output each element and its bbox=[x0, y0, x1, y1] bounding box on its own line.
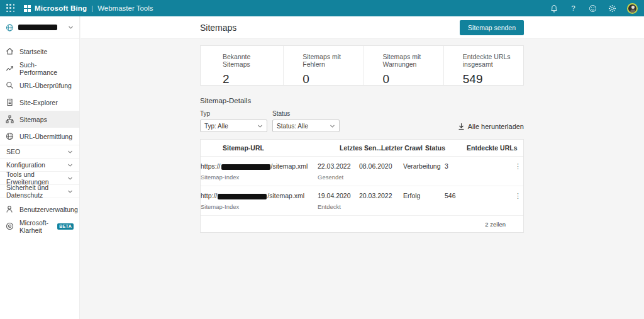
brand-label: Microsoft Bing bbox=[35, 4, 87, 12]
person-icon bbox=[6, 205, 14, 213]
sidebar: Startseite Such-Performance URL-Überprüf… bbox=[0, 16, 80, 319]
stat-value: 549 bbox=[463, 72, 519, 86]
sidebar-item-url-ueberpruefung[interactable]: URL-Überprüfung bbox=[0, 77, 79, 94]
globe-icon bbox=[6, 132, 14, 140]
sidebar-group-konfiguration[interactable]: Konfiguration bbox=[0, 158, 79, 171]
sidebar-item-sitemaps[interactable]: Sitemaps bbox=[0, 111, 79, 128]
sitemap-senden-button[interactable]: Sitemap senden bbox=[460, 20, 524, 35]
chevron-down-icon bbox=[67, 176, 73, 181]
sidebar-item-label: Microsoft-Klarheit bbox=[19, 219, 49, 234]
settings-gear-icon[interactable] bbox=[608, 4, 617, 13]
feedback-smiley-icon[interactable] bbox=[588, 4, 597, 13]
sidebar-item-url-uebermittlung[interactable]: URL-Übermittlung bbox=[0, 128, 79, 145]
clarity-icon bbox=[6, 222, 14, 230]
chevron-down-icon bbox=[257, 123, 263, 129]
status-filter-label: Status bbox=[272, 110, 340, 117]
site-selector[interactable] bbox=[0, 16, 79, 39]
page-header: Sitemaps Sitemap senden bbox=[80, 16, 644, 39]
sidebar-group-sicherheit-und-datenschutz[interactable]: Sicherheit und Datenschutz bbox=[0, 184, 79, 198]
sitemap-icon bbox=[6, 115, 14, 123]
chevron-down-icon bbox=[330, 123, 335, 129]
typ-filter: Typ Typ: Alle bbox=[200, 110, 267, 132]
status-cell: Erfolg bbox=[403, 192, 445, 199]
help-icon[interactable]: ? bbox=[569, 4, 578, 13]
typ-filter-value: Typ: Alle bbox=[204, 123, 228, 130]
sidebar-group-tools-und-erweiterungen[interactable]: Tools und Erweiterungen bbox=[0, 171, 79, 184]
table-footer: 2 zeilen bbox=[201, 216, 523, 232]
sitemaps-table: Sitemap-URL Letztes Sen...↓ Letzter Craw… bbox=[200, 139, 524, 233]
table-row[interactable]: http:///sitemap.xml Sitemap-Index 19.04.… bbox=[201, 186, 523, 216]
discovered-urls-cell: 546 bbox=[445, 192, 492, 199]
beta-badge: BETA bbox=[57, 223, 74, 230]
chevron-down-icon bbox=[67, 149, 73, 155]
search-icon bbox=[6, 81, 14, 89]
kebab-menu-icon[interactable]: ⋮ bbox=[513, 162, 523, 171]
status-filter: Status Status: Alle bbox=[272, 110, 340, 132]
download-all-label: Alle herunterladen bbox=[468, 123, 524, 130]
brand-divider: | bbox=[91, 4, 93, 12]
last-crawl-cell: 08.06.2020 bbox=[359, 162, 403, 170]
globe-icon bbox=[6, 23, 14, 31]
home-icon bbox=[6, 47, 14, 55]
microsoft-logo bbox=[24, 5, 31, 12]
status-cell: Verarbeitung bbox=[403, 162, 445, 170]
bell-icon[interactable] bbox=[549, 4, 558, 13]
stat-entdeckte-urls: Entdeckte URLs insgesamt 549 bbox=[443, 46, 523, 85]
typ-filter-select[interactable]: Typ: Alle bbox=[200, 120, 267, 132]
submitted-cell: 19.04.2020 Entdeckt bbox=[318, 192, 359, 210]
status-filter-select[interactable]: Status: Alle bbox=[272, 120, 340, 132]
sitemap-type: Sitemap-Index bbox=[201, 174, 318, 181]
document-icon bbox=[6, 98, 14, 106]
user-avatar[interactable] bbox=[627, 3, 638, 14]
download-all-link[interactable]: Alle herunterladen bbox=[458, 123, 524, 132]
column-entdeckte-urls[interactable]: Entdeckte URLs bbox=[467, 144, 514, 152]
stat-value: 2 bbox=[223, 72, 279, 86]
row-count: 2 zeilen bbox=[485, 221, 506, 228]
sitemap-type: Sitemap-Index bbox=[201, 203, 318, 210]
typ-filter-label: Typ bbox=[200, 110, 267, 117]
stat-label: Bekannte Sitemaps bbox=[223, 53, 279, 68]
sidebar-item-label: Site-Explorer bbox=[19, 99, 58, 106]
sidebar-group-seo[interactable]: SEO bbox=[0, 145, 79, 158]
sidebar-item-such-performance[interactable]: Such-Performance bbox=[0, 60, 79, 77]
stats-card: Bekannte Sitemaps 2 Sitemaps mit Fehlern… bbox=[200, 45, 524, 86]
stat-bekannte-sitemaps: Bekannte Sitemaps 2 bbox=[201, 46, 283, 85]
chevron-down-icon bbox=[68, 25, 74, 30]
sidebar-group-label: Konfiguration bbox=[6, 161, 45, 169]
last-crawl-cell: 20.03.2022 bbox=[359, 192, 403, 199]
status-filter-value: Status: Alle bbox=[277, 123, 308, 130]
redacted-site-name bbox=[18, 25, 57, 30]
waffle-icon[interactable] bbox=[6, 4, 15, 13]
column-sitemap-url[interactable]: Sitemap-URL bbox=[223, 144, 340, 152]
stat-sitemaps-mit-fehlern: Sitemaps mit Fehlern 0 bbox=[283, 46, 363, 85]
column-letzter-crawl[interactable]: Letzter Crawl bbox=[381, 144, 425, 152]
submitted-cell: 22.03.2022 Gesendet bbox=[318, 162, 359, 181]
performance-icon bbox=[6, 64, 14, 72]
sitemap-url-cell: http:///sitemap.xml Sitemap-Index bbox=[201, 192, 318, 210]
sidebar-item-label: URL-Überprüfung bbox=[19, 82, 72, 89]
stat-label: Entdeckte URLs insgesamt bbox=[463, 53, 519, 68]
stat-sitemaps-mit-warnungen: Sitemaps mit Warnungen 0 bbox=[364, 46, 443, 85]
column-status[interactable]: Status bbox=[425, 144, 467, 152]
column-letztes-senden[interactable]: Letztes Sen...↓ bbox=[340, 144, 381, 152]
chevron-down-icon bbox=[67, 162, 73, 168]
kebab-menu-icon[interactable]: ⋮ bbox=[513, 192, 523, 200]
redacted-domain bbox=[218, 194, 267, 199]
stat-label: Sitemaps mit Warnungen bbox=[383, 53, 440, 68]
sidebar-item-startseite[interactable]: Startseite bbox=[0, 43, 79, 60]
sidebar-item-label: Benutzerverwaltung bbox=[19, 206, 78, 213]
filters-row: Typ Typ: Alle Status Status: Alle Alle h… bbox=[200, 110, 524, 132]
sidebar-group-label: SEO bbox=[6, 148, 20, 155]
table-header-row: Sitemap-URL Letztes Sen...↓ Letzter Craw… bbox=[201, 140, 523, 157]
redacted-domain bbox=[221, 164, 270, 170]
sidebar-group-label: Sicherheit und Datenschutz bbox=[6, 184, 67, 199]
stat-value: 0 bbox=[303, 72, 359, 86]
sidebar-item-label: URL-Übermittlung bbox=[19, 133, 72, 140]
sidebar-item-label: Startseite bbox=[19, 48, 47, 55]
sidebar-item-microsoft-klarheit[interactable]: Microsoft-Klarheit BETA bbox=[0, 218, 79, 235]
sidebar-item-benutzerverwaltung[interactable]: Benutzerverwaltung bbox=[0, 201, 79, 218]
stat-value: 0 bbox=[383, 72, 440, 86]
table-row[interactable]: https:///sitemap.xml Sitemap-Index 22.03… bbox=[201, 157, 523, 186]
sidebar-item-site-explorer[interactable]: Site-Explorer bbox=[0, 94, 79, 111]
main-content: Sitemaps Sitemap senden Bekannte Sitemap… bbox=[80, 16, 644, 319]
